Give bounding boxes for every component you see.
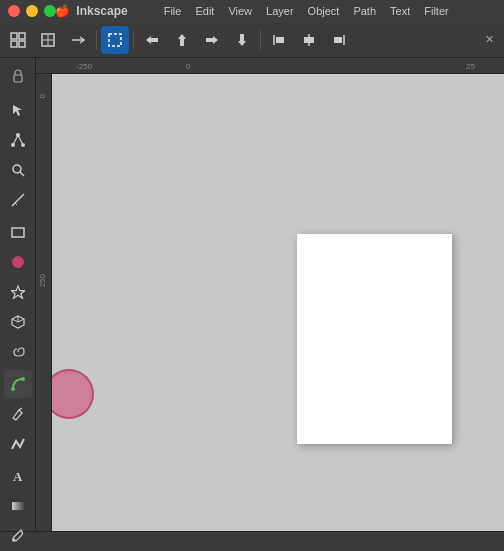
3d-icon: [11, 315, 25, 329]
menu-path[interactable]: Path: [353, 5, 376, 17]
transform2-icon: [174, 32, 190, 48]
transform4-icon: [234, 32, 250, 48]
status-bar: [0, 531, 504, 551]
svg-rect-3: [19, 41, 25, 47]
svg-line-32: [19, 408, 22, 410]
svg-rect-13: [334, 37, 342, 43]
circle-icon: [11, 255, 25, 269]
transform3-icon: [204, 32, 220, 48]
toolbar-transform2-button[interactable]: [168, 26, 196, 54]
menu-layer[interactable]: Layer: [266, 5, 294, 17]
menu-file[interactable]: File: [164, 5, 182, 17]
eyedropper-icon: [11, 529, 25, 543]
text-icon: A: [11, 469, 25, 483]
title-bar: 🍎 Inkscape File Edit View Layer Object P…: [0, 0, 504, 22]
ruler-top: -250 0 25: [36, 58, 504, 74]
menu-view[interactable]: View: [228, 5, 252, 17]
canvas-content[interactable]: [52, 74, 504, 531]
measure-tool-button[interactable]: [4, 186, 32, 214]
document-page: [297, 234, 452, 444]
toolbar-select-rect-button[interactable]: [101, 26, 129, 54]
traffic-lights: [8, 5, 56, 17]
transform1-icon: [144, 32, 160, 48]
gradient-icon: [11, 499, 25, 513]
ruler-vlabel-0: 0: [38, 94, 47, 98]
calligraphy-icon: [11, 437, 25, 451]
svg-point-15: [16, 133, 20, 137]
calligraphy-tool-button[interactable]: [4, 430, 32, 458]
toolbar-transform1-button[interactable]: [138, 26, 166, 54]
svg-rect-7: [109, 34, 121, 46]
left-toolbar: A: [0, 58, 36, 531]
star-icon: [11, 285, 25, 299]
menu-filter[interactable]: Filter: [424, 5, 448, 17]
snap2-icon: [40, 32, 56, 48]
align3-icon: [331, 32, 347, 48]
toolbar-close-button[interactable]: ✕: [479, 33, 500, 46]
spiral-icon: [11, 345, 25, 359]
pencil-icon: [11, 407, 25, 421]
lock-icon: [11, 69, 25, 83]
ruler-label-0: 0: [186, 62, 190, 71]
toolbar-align2-button[interactable]: [295, 26, 323, 54]
svg-point-18: [13, 165, 21, 173]
menu-text[interactable]: Text: [390, 5, 410, 17]
toolbar-transform3-button[interactable]: [198, 26, 226, 54]
toolbar-snap3-button[interactable]: [64, 26, 92, 54]
canvas-area[interactable]: -250 0 25 0 250: [36, 58, 504, 531]
svg-point-16: [11, 143, 15, 147]
pen-tool-button[interactable]: [4, 370, 32, 398]
svg-text:A: A: [13, 469, 23, 483]
rect-tool-button[interactable]: [4, 218, 32, 246]
node-icon: [11, 133, 25, 147]
select-tool-button[interactable]: [4, 96, 32, 124]
svg-line-19: [20, 172, 24, 176]
align2-icon: [301, 32, 317, 48]
svg-line-27: [12, 319, 18, 322]
svg-rect-9: [276, 37, 284, 43]
svg-rect-14: [14, 75, 22, 82]
star-tool-button[interactable]: [4, 278, 32, 306]
snap3-icon: [70, 32, 86, 48]
node-tool-button[interactable]: [4, 126, 32, 154]
spiral-tool-button[interactable]: [4, 338, 32, 366]
toolbar-align3-button[interactable]: [325, 26, 353, 54]
main-area: A -250: [0, 58, 504, 531]
circle-tool-button[interactable]: [4, 248, 32, 276]
svg-point-24: [12, 257, 23, 268]
3d-tool-button[interactable]: [4, 308, 32, 336]
svg-marker-25: [11, 286, 25, 298]
zoom-tool-button[interactable]: [4, 156, 32, 184]
title-bar-center: 🍎 Inkscape File Edit View Layer Object P…: [55, 4, 448, 18]
svg-point-30: [21, 377, 25, 381]
toolbar-align1-button[interactable]: [265, 26, 293, 54]
menu-bar: File Edit View Layer Object Path Text Fi…: [164, 5, 449, 17]
align1-icon: [271, 32, 287, 48]
menu-object[interactable]: Object: [308, 5, 340, 17]
toolbar-snap2-button[interactable]: [34, 26, 62, 54]
snap1-icon: [10, 32, 26, 48]
pencil-tool-button[interactable]: [4, 400, 32, 428]
menu-edit[interactable]: Edit: [195, 5, 214, 17]
svg-rect-0: [11, 33, 17, 39]
apple-icon: 🍎: [55, 4, 70, 18]
canvas-body: 0 250: [36, 74, 504, 531]
gradient-tool-button[interactable]: [4, 492, 32, 520]
minimize-button[interactable]: [26, 5, 38, 17]
svg-rect-2: [11, 41, 17, 47]
maximize-button[interactable]: [44, 5, 56, 17]
toolbar-snap1-button[interactable]: [4, 26, 32, 54]
close-button[interactable]: [8, 5, 20, 17]
measure-icon: [11, 193, 25, 207]
toolbar-sep2: [133, 30, 134, 50]
svg-point-17: [21, 143, 25, 147]
svg-point-35: [12, 539, 15, 542]
pink-blob-shape: [52, 369, 94, 419]
ruler-label-neg250: -250: [76, 62, 92, 71]
text-tool-button[interactable]: A: [4, 462, 32, 490]
lock-button[interactable]: [4, 62, 32, 90]
toolbar-transform4-button[interactable]: [228, 26, 256, 54]
svg-point-29: [11, 387, 15, 391]
toolbar-sep1: [96, 30, 97, 50]
eyedropper-tool-button[interactable]: [4, 522, 32, 550]
